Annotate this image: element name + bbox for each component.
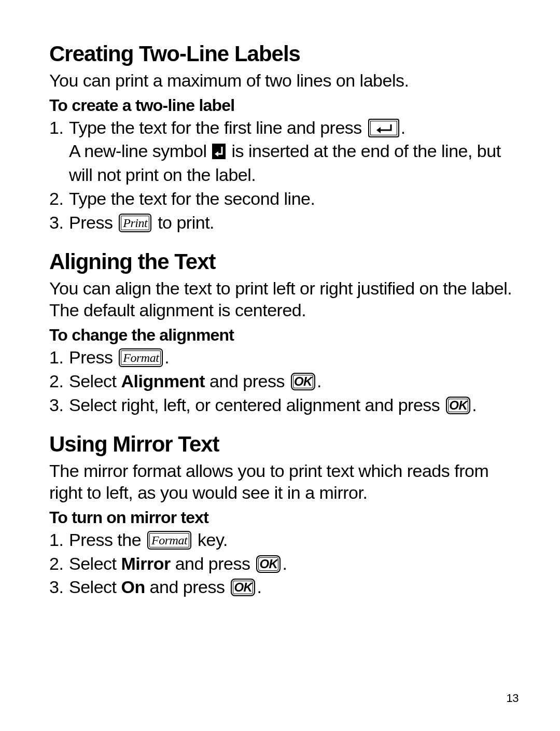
steps-alignment: Press Format. Select Alignment and press… xyxy=(49,346,519,417)
manual-page: Creating Two-Line Labels You can print a… xyxy=(0,0,560,731)
step-text: Select xyxy=(69,577,121,597)
step-text: . xyxy=(401,118,405,137)
step-2: Select Alignment and press OK. xyxy=(49,370,519,393)
step-2: Select Mirror and press OK. xyxy=(49,552,519,576)
step-1: Press the Format key. xyxy=(49,528,519,552)
step-2: Type the text for the second line. xyxy=(49,187,519,211)
step-3: Select On and press OK. xyxy=(49,575,519,599)
step-text: Press xyxy=(69,347,117,367)
heading-mirror-text: Using Mirror Text xyxy=(49,432,519,457)
intro-aligning: You can align the text to print left or … xyxy=(49,277,519,321)
step-text: key. xyxy=(193,530,228,550)
step-text: to print. xyxy=(153,213,214,232)
step-text: Select xyxy=(69,371,121,391)
steps-mirror: Press the Format key. Select Mirror and … xyxy=(49,528,519,600)
step-text: Press xyxy=(69,213,117,232)
ok-key-icon: OK xyxy=(231,579,255,596)
step-text: Select right, left, or centered alignmen… xyxy=(69,395,444,415)
step-text: A new-line symbol xyxy=(69,141,211,161)
step-text: Select xyxy=(69,554,121,573)
subhead-create-two-line: To create a two-line label xyxy=(49,96,519,115)
step-text: Type the text for the second line. xyxy=(69,189,315,208)
step-text: Press the xyxy=(69,530,146,550)
step-bold: Mirror xyxy=(121,554,170,573)
step-text: . xyxy=(164,347,169,367)
heading-two-line-labels: Creating Two-Line Labels xyxy=(49,41,519,66)
step-text: . xyxy=(472,395,477,415)
step-text: and press xyxy=(145,577,230,597)
enter-key-icon xyxy=(368,119,399,137)
step-3: Select right, left, or centered alignmen… xyxy=(49,393,519,417)
step-1: Type the text for the first line and pre… xyxy=(49,116,519,188)
step-bold: Alignment xyxy=(121,371,205,391)
step-text: . xyxy=(317,371,321,391)
intro-two-line: You can print a maximum of two lines on … xyxy=(49,69,519,92)
step-text: . xyxy=(282,554,287,573)
ok-key-icon: OK xyxy=(291,373,315,390)
step-3: Press Print to print. xyxy=(49,211,519,235)
intro-mirror: The mirror format allows you to print te… xyxy=(49,460,519,504)
step-1: Press Format. xyxy=(49,346,519,370)
newline-symbol-icon xyxy=(212,144,226,159)
ok-key-icon: OK xyxy=(256,555,281,573)
print-key-icon: Print xyxy=(119,214,151,232)
heading-aligning-text: Aligning the Text xyxy=(49,249,519,274)
step-text: Type the text for the first line and pre… xyxy=(69,118,367,137)
step-text: and press xyxy=(205,371,289,391)
step-text: and press xyxy=(171,554,255,573)
subhead-mirror-on: To turn on mirror text xyxy=(49,508,519,527)
ok-key-icon: OK xyxy=(446,397,470,414)
step-text: . xyxy=(257,577,261,597)
steps-two-line: Type the text for the first line and pre… xyxy=(49,116,519,235)
subhead-change-alignment: To change the alignment xyxy=(49,326,519,345)
step-bold: On xyxy=(121,577,145,597)
format-key-icon: Format xyxy=(119,348,163,367)
format-key-icon: Format xyxy=(147,531,191,550)
page-number: 13 xyxy=(507,692,519,705)
